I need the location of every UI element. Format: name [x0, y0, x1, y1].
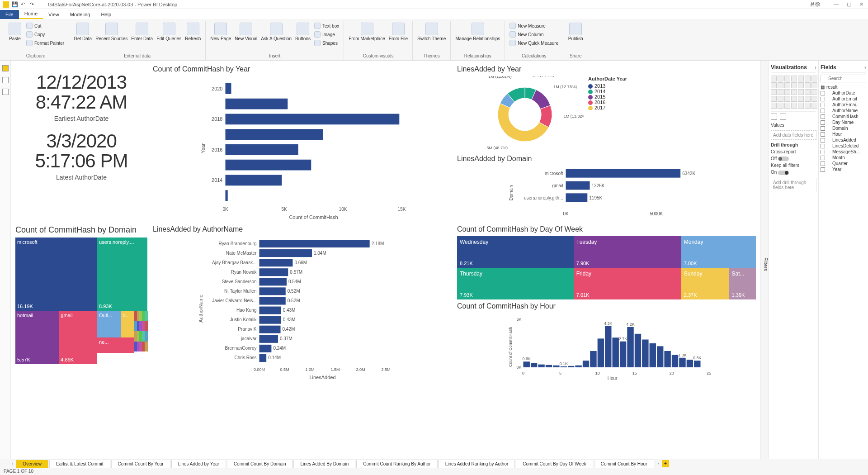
checkbox-icon[interactable] [821, 138, 825, 142]
format-painter-button[interactable]: Format Painter [25, 39, 65, 47]
get-data-button[interactable]: Get Data [73, 22, 93, 42]
manage-relationships-button[interactable]: Manage Relationships [454, 22, 501, 42]
treemap-cell[interactable]: gmail4.89K [59, 311, 97, 364]
commit-by-dow-chart[interactable]: Count of CommitHash by Day Of Week Wedne… [457, 225, 756, 299]
cross-report-toggle[interactable] [778, 157, 789, 161]
viz-type-icon[interactable] [791, 82, 797, 88]
page-tab[interactable]: Commit Count By Domain [227, 460, 293, 468]
field-item[interactable]: Month [821, 155, 866, 161]
treemap-cell[interactable]: Sat...1.36K [729, 268, 756, 299]
viz-type-icon[interactable] [784, 76, 790, 81]
viz-type-icon[interactable] [811, 76, 817, 81]
refresh-button[interactable]: Refresh [184, 22, 202, 42]
commit-by-year-chart[interactable]: Count of CommitHash by Year 202020182016… [151, 63, 453, 222]
field-item[interactable]: Quarter [821, 161, 866, 166]
fields-tab-icon[interactable] [771, 114, 777, 120]
checkbox-icon[interactable] [821, 150, 825, 154]
checkbox-icon[interactable] [821, 162, 825, 166]
viz-type-icon[interactable] [778, 82, 783, 88]
shapes-button[interactable]: Shapes [313, 39, 340, 47]
redo-icon[interactable]: ↷ [30, 1, 36, 8]
table-result[interactable]: ▦result [821, 84, 866, 90]
viz-type-icon[interactable] [771, 89, 777, 95]
new-column-button[interactable]: New Column [509, 30, 559, 38]
page-tab[interactable]: Overview [16, 460, 48, 468]
treemap-cell[interactable]: Friday7.01K [574, 268, 681, 299]
from-marketplace-button[interactable]: From Marketplace [348, 22, 386, 42]
data-view-icon[interactable] [2, 77, 9, 83]
keep-filters-toggle[interactable] [778, 171, 789, 175]
chevron-right-icon[interactable]: › [864, 64, 866, 71]
checkbox-icon[interactable] [821, 144, 825, 148]
field-item[interactable]: LinesDeleted [821, 143, 866, 149]
page-tab[interactable]: Earlist & Latest Commit [49, 460, 110, 468]
checkbox-icon[interactable] [821, 97, 825, 101]
viz-type-icon[interactable] [778, 96, 783, 102]
viz-type-icon[interactable] [784, 103, 790, 109]
viz-type-icon[interactable] [771, 96, 777, 102]
viz-type-icon[interactable] [791, 76, 797, 81]
lines-by-domain-chart[interactable]: LinesAdded by Domain microsoft6342Kgmail… [457, 155, 756, 221]
checkbox-icon[interactable] [821, 167, 825, 172]
cut-button[interactable]: Cut [25, 22, 65, 30]
checkbox-icon[interactable] [821, 109, 825, 113]
viz-type-icon[interactable] [805, 103, 811, 109]
tabs-prev-icon[interactable]: ‹ [9, 461, 16, 466]
field-item[interactable]: Hour [821, 131, 866, 137]
checkbox-icon[interactable] [821, 120, 825, 125]
treemap-cell[interactable]: Tuesday7.90K [574, 236, 681, 268]
page-tab[interactable]: Lines Added by Year [171, 460, 226, 468]
new-page-button[interactable]: New Page [209, 22, 232, 42]
viz-type-icon[interactable] [805, 76, 811, 81]
field-item[interactable]: AuthorEmail [821, 96, 866, 102]
copy-button[interactable]: Copy [25, 30, 65, 38]
report-view-icon[interactable] [2, 65, 9, 71]
viz-type-icon[interactable] [778, 89, 783, 95]
field-item[interactable]: Day Name [821, 119, 866, 125]
field-item[interactable]: AuthorEmai... [821, 102, 866, 108]
viz-type-icon[interactable] [805, 82, 811, 88]
page-tab[interactable]: Commit Count By Year [111, 460, 170, 468]
checkbox-icon[interactable] [821, 132, 825, 137]
close-icon[interactable]: ✕ [859, 1, 863, 7]
viz-type-icon[interactable] [771, 103, 777, 109]
model-view-icon[interactable] [2, 89, 9, 95]
tab-file[interactable]: File [0, 10, 19, 19]
viz-type-icon[interactable] [784, 89, 790, 95]
format-tab-icon[interactable] [780, 114, 786, 120]
new-visual-button[interactable]: New Visual [234, 22, 258, 42]
viz-type-icon[interactable] [811, 96, 817, 102]
field-item[interactable]: Year [821, 166, 866, 172]
lines-by-year-chart[interactable]: LinesAdded by Year 0M (0.04%)1M (6.74%)1… [457, 65, 756, 153]
viz-type-icon[interactable] [771, 76, 777, 81]
paste-button[interactable]: Paste [6, 22, 24, 42]
field-item[interactable]: AuthorName [821, 108, 866, 114]
treemap-cell[interactable]: Wednesday8.21K [457, 236, 574, 268]
viz-type-icon[interactable] [791, 103, 797, 109]
switch-theme-button[interactable]: Switch Theme [416, 22, 447, 42]
values-well[interactable]: Add data fields here [771, 130, 816, 140]
drill-well[interactable]: Add drill-through fields here [771, 178, 816, 192]
new-quick-measure-button[interactable]: New Quick Measure [509, 39, 559, 47]
checkbox-icon[interactable] [821, 114, 825, 119]
report-canvas[interactable]: 12/12/2013 8:47:22 AM Earliest AuthorDat… [11, 61, 760, 459]
viz-type-icon[interactable] [784, 96, 790, 102]
edit-queries-button[interactable]: Edit Queries [156, 22, 182, 42]
image-button[interactable]: Image [313, 30, 340, 38]
page-tab[interactable]: Commit Count Ranking By Author [356, 460, 438, 468]
field-item[interactable]: LinesAdded [821, 137, 866, 143]
checkbox-icon[interactable] [821, 103, 825, 107]
viz-type-icon[interactable] [778, 76, 783, 81]
textbox-button[interactable]: Text box [313, 22, 340, 30]
viz-type-icon[interactable] [771, 82, 777, 88]
search-input[interactable] [821, 75, 866, 82]
save-icon[interactable]: 💾 [12, 1, 18, 8]
treemap-cell[interactable]: hotmail5.57K [15, 311, 59, 364]
viz-type-icon[interactable] [778, 103, 783, 109]
field-item[interactable]: AuthorDate [821, 90, 866, 96]
add-page-button[interactable]: + [662, 460, 669, 467]
enter-data-button[interactable]: Enter Data [130, 22, 154, 42]
treemap-cell[interactable]: ne... [97, 337, 134, 353]
viz-type-icon[interactable] [798, 103, 804, 109]
field-item[interactable]: CommitHash [821, 114, 866, 119]
